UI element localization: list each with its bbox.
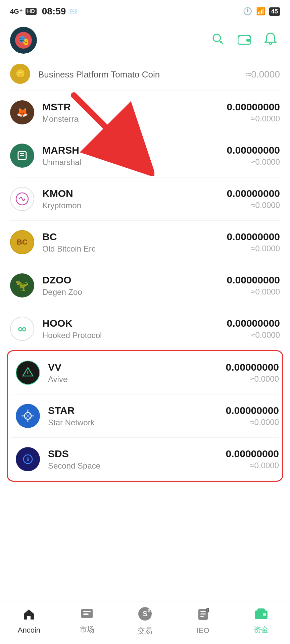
wallet-icon[interactable] [238, 33, 251, 48]
nav-item-ancoin[interactable]: Ancoin [12, 608, 46, 635]
token-right-kmon: 0.00000000 ≈0.0000 [227, 188, 280, 210]
token-item-kmon[interactable]: KMON Kryptomon 0.00000000 ≈0.0000 [10, 177, 280, 221]
token-logo-hook: ∞ [10, 317, 34, 341]
svg-rect-35 [263, 613, 266, 616]
svg-rect-29 [200, 613, 206, 614]
token-amount-marsh: 0.00000000 [227, 145, 280, 156]
svg-rect-24 [83, 613, 89, 615]
token-info-kmon: KMON Kryptomon [42, 187, 81, 210]
token-usd-marsh: ≈0.0000 [227, 157, 280, 167]
token-amount-kmon: 0.00000000 [227, 188, 280, 199]
token-item-bc[interactable]: BC BC Old Bitcoin Erc 0.00000000 ≈0.0000 [10, 221, 280, 264]
partial-token-right: ≈0.0000 [246, 68, 280, 80]
battery-indicator: 45 [269, 7, 280, 16]
token-amount-vv: 0.00000000 [226, 362, 279, 373]
token-item-marsh[interactable]: MARSH Unmarshal 0.00000000 ≈0.0000 [10, 134, 280, 177]
token-list: 🪙 Business Platform Tomato Coin ≈0.0000 … [0, 60, 290, 350]
token-name-bc: Old Bitcoin Erc [42, 244, 96, 254]
token-usd-vv: ≈0.0000 [226, 374, 279, 384]
svg-rect-30 [200, 616, 204, 617]
svg-text:$: $ [27, 457, 29, 462]
token-info-bc: BC Old Bitcoin Erc [42, 231, 96, 254]
token-usd-mstr: ≈0.0000 [227, 114, 280, 123]
avatar[interactable]: 🎭 [10, 27, 37, 54]
token-logo-marsh [10, 144, 34, 168]
nav-label-funds: 资金 [254, 625, 269, 635]
time-display: 08:59 [42, 6, 66, 17]
token-logo-bc: BC [10, 230, 34, 254]
svg-text:$: $ [143, 609, 147, 618]
token-left-hook: ∞ HOOK Hooked Protocol [10, 317, 102, 341]
token-right-hook: 0.00000000 ≈0.0000 [227, 318, 280, 340]
token-name-marsh: Unmarshal [42, 158, 81, 167]
bell-icon[interactable] [264, 32, 277, 48]
token-logo-kmon [10, 187, 34, 211]
nav-item-ieo[interactable]: IEO [186, 608, 220, 635]
token-right-star: 0.00000000 ≈0.0000 [226, 405, 279, 427]
token-item-sds[interactable]: $ SDS Second Space 0.00000000 ≈0.0000 [11, 438, 279, 481]
funds-icon [254, 608, 268, 623]
status-left: 4G⁺ HD 08:59 📨 [10, 6, 78, 17]
nav-item-funds[interactable]: 资金 [244, 608, 278, 635]
wifi-icon: 📶 [256, 7, 265, 16]
token-left-dzoo: 🦖 DZOO Degen Zoo [10, 273, 82, 298]
token-usd-hook: ≈0.0000 [227, 330, 280, 340]
token-item-mstr[interactable]: 🦊 MSTR Monsterra 0.00000000 ≈0.0000 [10, 91, 280, 134]
token-amount-bc: 0.00000000 [227, 231, 280, 243]
header: 🎭 [0, 20, 290, 60]
token-item-dzoo[interactable]: 🦖 DZOO Degen Zoo 0.00000000 ≈0.0000 [10, 264, 280, 307]
token-info-mstr: MSTR Monsterra [42, 101, 79, 124]
notification-icon: 📨 [68, 7, 78, 16]
nav-label-market: 市场 [80, 625, 94, 635]
token-right-mstr: 0.00000000 ≈0.0000 [227, 101, 280, 123]
token-right-vv: 0.00000000 ≈0.0000 [226, 362, 279, 384]
token-info-dzoo: DZOO Degen Zoo [42, 274, 82, 297]
token-name-vv: Avive [48, 375, 67, 384]
token-item-star[interactable]: STAR Star Network 0.00000000 ≈0.0000 [11, 394, 279, 438]
status-bar: 4G⁺ HD 08:59 📨 🕐 📶 45 [0, 0, 290, 20]
nav-label-ieo: IEO [197, 626, 209, 635]
token-symbol-kmon: KMON [42, 187, 81, 200]
token-name-sds: Second Space [48, 461, 100, 471]
token-amount-hook: 0.00000000 [227, 318, 280, 329]
token-symbol-star: STAR [48, 405, 95, 417]
partial-token-item[interactable]: 🪙 Business Platform Tomato Coin ≈0.0000 [10, 60, 280, 91]
token-info-marsh: MARSH Unmarshal [42, 144, 81, 167]
nav-label-trade: 交易 [138, 626, 152, 636]
token-symbol-marsh: MARSH [42, 144, 81, 156]
ieo-icon [197, 608, 209, 624]
token-left-marsh: MARSH Unmarshal [10, 144, 81, 168]
token-amount-star: 0.00000000 [226, 405, 279, 416]
avatar-image: 🎭 [15, 32, 32, 49]
token-item-vv[interactable]: VV Avive 0.00000000 ≈0.0000 [11, 351, 279, 394]
token-right-bc: 0.00000000 ≈0.0000 [227, 231, 280, 253]
status-right: 🕐 📶 45 [243, 7, 280, 16]
nav-item-trade[interactable]: $ 交易 [128, 607, 162, 636]
partial-token-left: 🪙 Business Platform Tomato Coin [10, 64, 160, 84]
token-item-hook[interactable]: ∞ HOOK Hooked Protocol 0.00000000 ≈0.000… [10, 307, 280, 350]
nav-item-market[interactable]: 市场 [70, 608, 104, 635]
token-usd-bc: ≈0.0000 [227, 244, 280, 253]
partial-token-logo: 🪙 [10, 64, 30, 84]
token-logo-dzoo: 🦖 [10, 273, 34, 298]
partial-token-info: Business Platform Tomato Coin [38, 68, 160, 80]
token-right-marsh: 0.00000000 ≈0.0000 [227, 145, 280, 167]
token-amount-dzoo: 0.00000000 [227, 274, 280, 286]
token-usd-kmon: ≈0.0000 [227, 201, 280, 210]
token-logo-sds: $ [16, 447, 40, 471]
partial-token-usd: ≈0.0000 [246, 69, 280, 80]
token-symbol-vv: VV [48, 361, 67, 373]
token-name-mstr: Monsterra [42, 114, 79, 124]
token-name-star: Star Network [48, 418, 95, 427]
token-symbol-sds: SDS [48, 448, 100, 460]
hd-badge: HD [26, 8, 37, 15]
token-left-bc: BC BC Old Bitcoin Erc [10, 230, 96, 254]
search-icon[interactable] [211, 33, 224, 48]
token-name-kmon: Kryptomon [42, 201, 81, 210]
svg-rect-28 [200, 611, 206, 612]
token-right-sds: 0.00000000 ≈0.0000 [226, 448, 279, 470]
token-symbol-mstr: MSTR [42, 101, 79, 113]
token-symbol-hook: HOOK [42, 317, 102, 329]
header-icons [211, 32, 277, 48]
partial-token-name: Business Platform Tomato Coin [38, 69, 160, 80]
